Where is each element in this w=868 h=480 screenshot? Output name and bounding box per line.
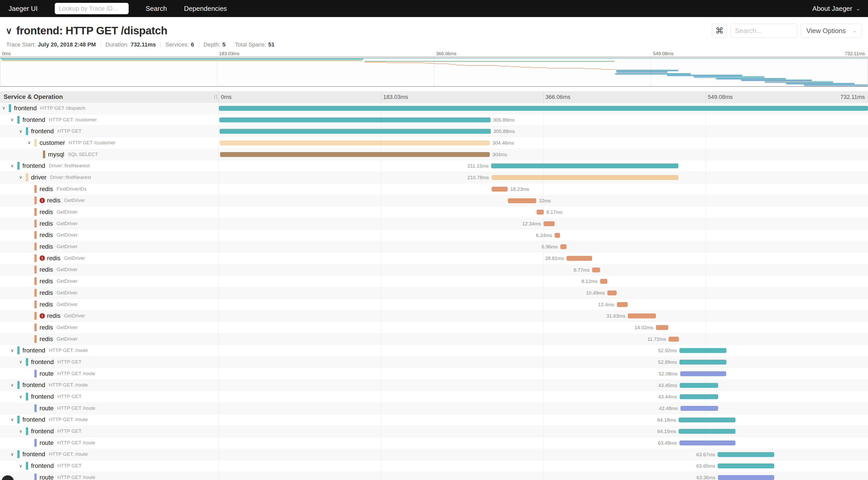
span-row[interactable]: ∨frontendHTTP GET /dispatch [0, 102, 868, 114]
operation-name: HTTP GET [57, 428, 82, 434]
span-bar[interactable] [679, 360, 726, 364]
span-bar[interactable] [617, 302, 628, 307]
span-bar[interactable] [669, 337, 679, 342]
column-resize-grip[interactable] [214, 95, 217, 99]
span-row[interactable]: ∨frontendHTTP GET64.15ms [0, 425, 868, 437]
span-bar[interactable] [536, 210, 544, 215]
span-row[interactable]: !redisGetDriver32ms [0, 195, 868, 206]
keyboard-shortcuts-button[interactable]: ⌘ [712, 24, 727, 38]
span-row[interactable]: ∨frontendDriver::findNearest211.15ms [0, 160, 868, 172]
span-row[interactable]: ∨frontendHTTP GET63.65ms [0, 460, 868, 472]
span-bar[interactable] [592, 267, 600, 273]
trace-minimap[interactable] [0, 57, 868, 87]
span-bar[interactable] [508, 198, 536, 203]
span-bar[interactable] [544, 221, 554, 226]
span-bar[interactable] [560, 244, 566, 249]
trace-info-value: 51 [268, 41, 274, 48]
span-row[interactable]: ∨frontendHTTP GET: /route63.67ms [0, 449, 868, 460]
span-row[interactable]: routeHTTP GET /route42.48ms [0, 403, 868, 414]
span-row[interactable]: ∨frontendHTTP GET305.88ms [0, 126, 868, 137]
span-bar[interactable] [680, 371, 726, 376]
collapse-chevron-icon[interactable]: ∨ [2, 105, 9, 111]
span-row[interactable]: ∨driverDriver::findNearest210.78ms [0, 172, 868, 183]
span-row[interactable]: redisGetDriver8.17ms [0, 206, 868, 218]
collapse-chevron-icon[interactable]: ∨ [19, 463, 26, 469]
span-bar[interactable] [555, 233, 560, 238]
span-bar[interactable] [656, 325, 668, 330]
span-bar[interactable] [680, 394, 718, 399]
span-row[interactable]: !redisGetDriver31.63ms [0, 310, 868, 322]
span-bar[interactable] [492, 175, 679, 180]
span-bar[interactable] [628, 314, 656, 318]
span-row[interactable]: mysqlSQL SELECT304ms [0, 149, 868, 160]
span-bar[interactable] [680, 406, 718, 411]
span-bar[interactable] [679, 429, 736, 434]
span-row[interactable]: !redisGetDriver28.81ms [0, 253, 868, 264]
span-row[interactable]: redisGetDriver8.12ms [0, 276, 868, 287]
span-bar[interactable] [718, 475, 774, 480]
service-name: frontend [23, 416, 45, 423]
nav-search-link[interactable]: Search [146, 5, 167, 13]
span-row[interactable]: redisGetDriver8.77ms [0, 264, 868, 276]
span-bar[interactable] [679, 441, 736, 445]
span-timeline-cell: 12.4ms [219, 299, 868, 310]
view-options-button[interactable]: View Options ⌄ [801, 24, 862, 38]
collapse-chevron-icon[interactable]: ∨ [10, 348, 17, 353]
collapse-chevron-icon[interactable]: ∨ [28, 140, 34, 146]
span-row[interactable]: redisFindDriverIDs18.23ms [0, 183, 868, 195]
collapse-chevron-icon[interactable]: ∨ [19, 428, 26, 434]
span-bar[interactable] [566, 256, 592, 261]
span-row[interactable]: routeHTTP GET /route63.36ms [0, 472, 868, 480]
span-row[interactable]: redisGetDriver11.72ms [0, 333, 868, 345]
span-row[interactable]: routeHTTP GET /route63.48ms [0, 437, 868, 449]
span-row[interactable]: redisGetDriver12.34ms [0, 218, 868, 229]
span-bar[interactable] [718, 452, 774, 457]
collapse-chevron-icon[interactable]: ∨ [19, 394, 26, 399]
span-bar[interactable] [607, 290, 617, 295]
span-row[interactable]: redisGetDriver6.24ms [0, 229, 868, 241]
trace-id-lookup-input[interactable] [55, 3, 129, 14]
span-row[interactable]: ∨frontendHTTP GET: /route64.18ms [0, 414, 868, 426]
span-duration-label: 6.96ms [542, 244, 558, 249]
collapse-chevron-icon[interactable]: ∨ [10, 382, 17, 388]
span-bar[interactable] [492, 187, 508, 192]
minimap-span [465, 65, 499, 66]
about-jaeger-menu[interactable]: About Jaeger ⌄ [812, 5, 860, 13]
span-row[interactable]: ∨frontendHTTP GET: /route43.45ms [0, 380, 868, 391]
span-row[interactable]: redisGetDriver14.02ms [0, 322, 868, 333]
collapse-chevron-icon[interactable]: ∨ [10, 163, 17, 169]
service-color-strip [34, 474, 37, 480]
span-row[interactable]: ∨frontendHTTP GET: /route52.92ms [0, 345, 868, 356]
nav-dependencies-link[interactable]: Dependencies [184, 5, 227, 13]
span-bar[interactable] [491, 163, 678, 168]
collapse-chevron-icon[interactable]: ∨ [10, 452, 17, 457]
span-bar[interactable] [600, 279, 607, 284]
span-bar[interactable] [679, 417, 736, 422]
collapse-chevron-icon[interactable]: ∨ [10, 417, 17, 422]
trace-search-input[interactable] [731, 24, 797, 38]
span-bar[interactable] [219, 106, 868, 111]
span-row[interactable]: ∨frontendHTTP GET: /customer305.89ms [0, 114, 868, 126]
collapse-chevron-icon[interactable]: ∨ [19, 359, 26, 364]
span-duration-label: 211.15ms [467, 163, 489, 168]
collapse-chevron-icon[interactable]: ∨ [10, 117, 17, 122]
span-bar[interactable] [680, 383, 718, 388]
span-bar[interactable] [718, 463, 774, 469]
span-row[interactable]: redisGetDriver6.96ms [0, 241, 868, 253]
app-logo[interactable]: Jaeger UI [8, 5, 38, 13]
collapse-trace-chevron-icon[interactable]: ∨ [6, 26, 12, 36]
collapse-chevron-icon[interactable]: ∨ [19, 129, 26, 134]
span-bar[interactable] [220, 129, 491, 134]
span-bar[interactable] [220, 140, 490, 146]
span-row[interactable]: ∨frontendHTTP GET52.89ms [0, 356, 868, 368]
span-bar[interactable] [679, 348, 726, 353]
span-bar[interactable] [220, 152, 490, 157]
span-row[interactable]: ∨frontendHTTP GET43.44ms [0, 391, 868, 403]
collapse-chevron-icon[interactable]: ∨ [19, 174, 26, 180]
span-row[interactable]: redisGetDriver10.49ms [0, 287, 868, 299]
span-row[interactable]: redisGetDriver12.4ms [0, 299, 868, 310]
span-row[interactable]: ∨customerHTTP GET /customer304.46ms [0, 137, 868, 149]
span-bar[interactable] [219, 118, 491, 122]
span-row[interactable]: routeHTTP GET /route52.08ms [0, 368, 868, 380]
span-rows-container: ∨frontendHTTP GET /dispatch∨frontendHTTP… [0, 102, 868, 480]
